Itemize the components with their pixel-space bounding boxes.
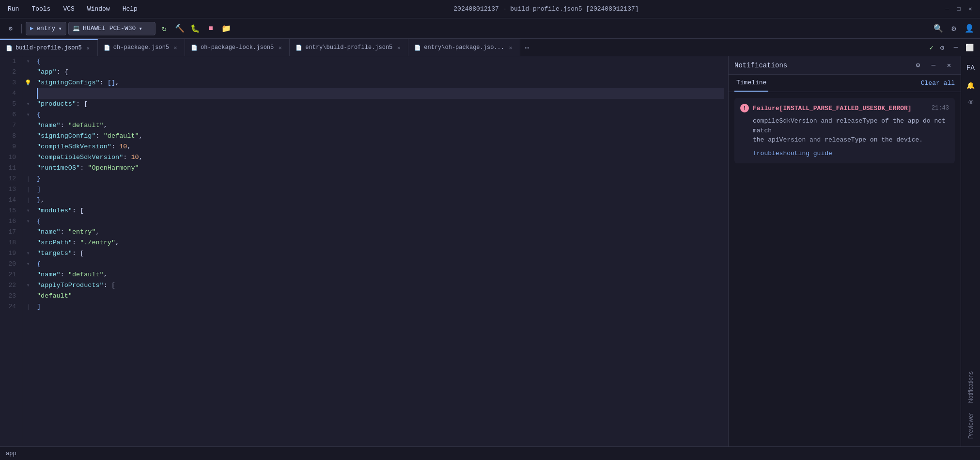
previewer-rotated-label[interactable]: Previewer (966, 409, 975, 443)
run-button[interactable]: ↻ (157, 22, 171, 35)
tab-timeline[interactable]: Timeline (734, 75, 768, 92)
close-button[interactable]: ✕ (966, 5, 974, 13)
panel-settings-icon[interactable]: ⚙ (912, 60, 924, 71)
fold-open-icon[interactable]: ▾ (26, 218, 30, 225)
code-line[interactable]: } (37, 174, 724, 184)
tabs-settings-icon[interactable]: ⚙ (935, 41, 949, 54)
settings-icon[interactable]: ⚙ (4, 22, 17, 35)
tab-build-profile[interactable]: 📄 build-profile.json5 ✕ (0, 39, 98, 56)
notifications-rotated-label[interactable]: Notifications (966, 367, 975, 407)
troubleshooting-link[interactable]: Troubleshooting guide (753, 150, 832, 157)
statusbar: app (0, 446, 980, 460)
sidebar-icon-notifications[interactable]: 🔔 (963, 78, 979, 93)
menu-tools[interactable]: Tools (30, 4, 52, 14)
tab-entry-build-profile[interactable]: 📄 entry\build-profile.json5 ✕ (290, 39, 408, 56)
code-line[interactable]: }, (37, 195, 724, 206)
code-line[interactable]: { (37, 216, 724, 227)
tab-close-5[interactable]: ✕ (507, 44, 514, 51)
debug-button[interactable]: 🐛 (188, 22, 202, 35)
stop-button[interactable]: ■ (204, 22, 218, 35)
code-line[interactable]: ] (37, 301, 724, 312)
code-line[interactable]: ] (37, 184, 724, 195)
fold-open-icon[interactable]: ▾ (26, 261, 30, 268)
fold-open-icon[interactable]: ▾ (26, 111, 30, 118)
profile-button[interactable]: 👤 (963, 22, 976, 35)
code-line[interactable]: "signingConfigs": [], (37, 78, 724, 88)
tab-label: build-profile.json5 (16, 45, 82, 51)
code-line[interactable]: "compatibleSdkVersion": 10, (37, 152, 724, 163)
tabs-collapse-icon[interactable]: ─ (949, 41, 963, 54)
code-line[interactable]: "runtimeOS": "OpenHarmony" (37, 163, 724, 174)
panel-title: Notifications (734, 62, 908, 69)
code-line[interactable]: "name": "default", (37, 270, 724, 280)
search-button[interactable]: 🔍 (932, 22, 945, 35)
sidebar-icon-eye[interactable]: 👁 (963, 95, 979, 111)
settings-button[interactable]: ⚙ (947, 22, 961, 35)
tab-close-build-profile[interactable]: ✕ (85, 45, 92, 51)
code-line[interactable]: { (37, 56, 724, 67)
tab-oh-package-lock[interactable]: 📄 oh-package-lock.json5 ✕ (185, 39, 290, 56)
window-title: 202408012137 - build-profile.json5 [2024… (149, 5, 943, 13)
bell-icon: 🔔 (966, 81, 975, 90)
code-line[interactable]: "signingConfig": "default", (37, 131, 724, 142)
menu-window[interactable]: Window (85, 4, 112, 14)
code-area[interactable]: { "app": { "signingConfigs": [], "produc… (33, 56, 728, 446)
tab-close-2[interactable]: ✕ (172, 44, 179, 51)
line-number: 20 (0, 259, 19, 270)
menu-help[interactable]: Help (121, 4, 140, 14)
statusbar-app[interactable]: app (6, 450, 16, 457)
minimize-button[interactable]: ─ (943, 5, 951, 13)
tabs-expand-icon[interactable]: ⬜ (963, 41, 976, 54)
line-number: 24 (0, 301, 19, 312)
code-line[interactable]: "compileSdkVersion": 10, (37, 142, 724, 152)
tab-oh-package[interactable]: 📄 oh-package.json5 ✕ (98, 39, 185, 56)
menu-vcs[interactable]: VCS (61, 4, 76, 14)
panel-collapse-icon[interactable]: ─ (928, 60, 939, 71)
fold-open-icon[interactable]: ▾ (26, 101, 30, 108)
code-line[interactable]: "name": "default", (37, 120, 724, 131)
tabs-more-button[interactable]: ⋯ (520, 39, 534, 56)
tab-entry-oh-package[interactable]: 📄 entry\oh-package.jso... ✕ (408, 39, 520, 56)
fold-open-icon[interactable]: ▾ (26, 250, 30, 257)
fold-open-icon[interactable]: ▾ (26, 58, 30, 65)
tab-close-3[interactable]: ✕ (277, 44, 283, 51)
bulb-icon[interactable]: 💡 (25, 80, 31, 86)
code-line[interactable]: "app": { (37, 67, 724, 78)
code-line[interactable]: { (37, 259, 724, 270)
fold-open-icon[interactable]: ▾ (26, 282, 30, 289)
code-line[interactable] (37, 88, 724, 99)
code-line[interactable]: "applyToProducts": [ (37, 280, 724, 291)
tab-close-4[interactable]: ✕ (395, 44, 402, 51)
clear-all-button[interactable]: Clear all (921, 79, 955, 87)
code-line[interactable]: "modules": [ (37, 206, 724, 216)
tab-icon-5: 📄 (414, 45, 421, 51)
build-button[interactable]: 🔨 (173, 22, 187, 35)
fold-indicator: ▾ (23, 206, 33, 216)
code-line[interactable]: "products": [ (37, 99, 724, 110)
code-line[interactable]: "srcPath": "./entry", (37, 238, 724, 248)
line-number: 2 (0, 67, 19, 78)
code-line[interactable]: "default" (37, 291, 724, 301)
line-number: 1 (0, 56, 19, 67)
folder-button[interactable]: 📁 (219, 22, 233, 35)
sidebar-icon-fa[interactable]: FA (963, 60, 979, 76)
fold-indicator: ▾ (23, 99, 33, 110)
line-number: 17 (0, 227, 19, 238)
fold-indicator (23, 131, 33, 142)
menu-run[interactable]: Run (6, 4, 21, 14)
code-line[interactable]: "targets": [ (37, 248, 724, 259)
device-dropdown[interactable]: 💻 HUAWEI PCE-W30 ▾ (68, 22, 156, 35)
tab-icon-3: 📄 (191, 45, 198, 51)
fold-open-icon[interactable]: ▾ (26, 207, 30, 214)
toolbar-separator (21, 24, 22, 33)
panel-close-icon[interactable]: ✕ (943, 60, 955, 71)
fold-indicator (23, 88, 33, 99)
code-line[interactable]: { (37, 110, 724, 120)
entry-label: entry (36, 25, 55, 32)
entry-dropdown[interactable]: ▶ entry ▾ (26, 22, 66, 35)
notification-header: ! Failure[INSTALL_PARSE_FAILED_USESDK_ER… (740, 104, 949, 112)
code-line[interactable]: "name": "entry", (37, 227, 724, 238)
notification-body: compileSdkVersion and releaseType of the… (753, 116, 949, 145)
maximize-button[interactable]: □ (955, 5, 963, 13)
fold-indicator (23, 163, 33, 174)
